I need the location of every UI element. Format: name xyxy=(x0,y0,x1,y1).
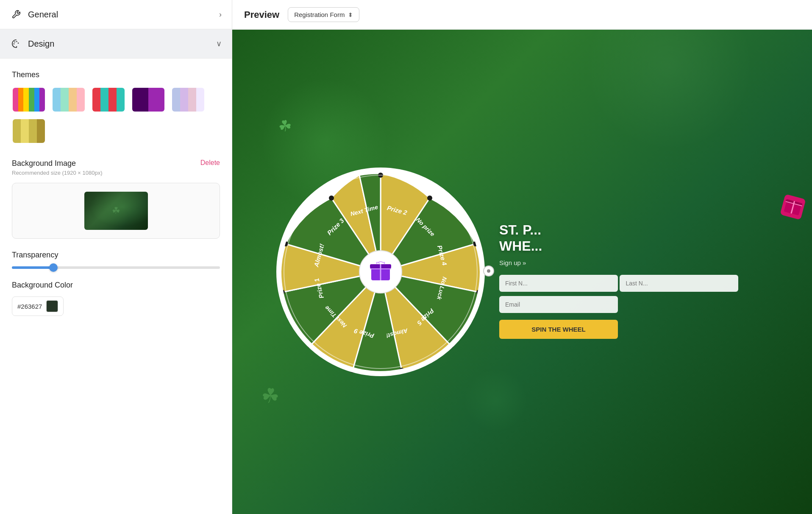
theme-swatch-purple[interactable] xyxy=(131,87,165,112)
wheel-scene: ☘ ☘ ☘ xyxy=(232,30,812,514)
wheel-svg: Almost! Prize 3 Next Time Prize 2 No pri… xyxy=(275,166,487,378)
slider-fill xyxy=(12,266,53,269)
preview-label: Preview xyxy=(244,9,279,20)
submit-button[interactable]: SPIN THE WHEEL xyxy=(499,320,618,339)
svg-point-15 xyxy=(329,196,334,201)
bg-image-dropzone[interactable]: ☘ xyxy=(12,183,220,239)
left-panel: General › Design ∨ Themes xyxy=(0,0,232,514)
design-chevron: ∨ xyxy=(216,39,222,48)
wrench-icon xyxy=(10,8,22,20)
sign-up-text: Sign up » xyxy=(499,259,799,266)
wheel-pointer xyxy=(482,265,495,279)
clover-bottom-left: ☘ xyxy=(260,383,281,408)
last-name-field[interactable] xyxy=(620,275,738,292)
clover-decoration: ☘ xyxy=(112,205,120,216)
themes-label: Themes xyxy=(12,70,220,79)
design-section-header[interactable]: Design ∨ xyxy=(0,29,232,59)
general-section-header[interactable]: General › xyxy=(0,0,232,29)
email-field[interactable] xyxy=(499,296,618,313)
first-name-field[interactable] xyxy=(499,275,618,292)
clover-top-left: ☘ xyxy=(277,116,294,136)
right-panel: Preview Registration Form ⬍ ☘ ☘ ☘ xyxy=(232,0,812,514)
svg-point-36 xyxy=(487,269,490,273)
right-form-area: ST. P...WHE... Sign up » SPIN THE WHEEL xyxy=(487,188,812,356)
general-chevron: › xyxy=(219,10,222,19)
transparency-slider-row xyxy=(12,266,220,269)
preview-area: ☘ ☘ ☘ xyxy=(232,30,812,514)
general-title: General xyxy=(28,10,58,20)
theme-swatch-bold[interactable] xyxy=(92,87,125,112)
bg-image-header: Background Image Delete xyxy=(12,159,220,168)
bg-image-title: Background Image xyxy=(12,159,76,168)
bg-image-thumbnail: ☘ xyxy=(84,192,148,230)
svg-point-3 xyxy=(14,44,14,44)
svg-point-0 xyxy=(17,42,17,42)
svg-point-6 xyxy=(427,196,432,201)
delete-button[interactable]: Delete xyxy=(200,159,220,167)
transparency-slider[interactable] xyxy=(12,266,220,269)
color-hex-value: #263627 xyxy=(17,303,42,310)
bg-image-hint: Recommended size (1920 × 1080px) xyxy=(12,170,220,176)
color-input-box[interactable]: #263627 xyxy=(12,296,64,316)
theme-swatch-rainbow[interactable] xyxy=(12,87,46,112)
color-row: #263627 xyxy=(12,296,220,316)
theme-swatch-gold[interactable] xyxy=(12,118,46,144)
design-panel-content: Themes xyxy=(0,59,232,328)
svg-point-1 xyxy=(18,43,19,43)
color-swatch[interactable] xyxy=(46,300,58,312)
form-selector-arrow: ⬍ xyxy=(348,11,353,18)
bg-color-label: Background Color xyxy=(12,281,220,290)
preview-header: Preview Registration Form ⬍ xyxy=(232,0,812,30)
svg-point-2 xyxy=(14,42,15,42)
design-title: Design xyxy=(28,39,54,49)
wheel-container: Almost! Prize 3 Next Time Prize 2 No pri… xyxy=(275,166,487,378)
form-selector-value: Registration Form xyxy=(294,11,345,18)
transparency-label: Transparency xyxy=(12,251,220,260)
form-selector[interactable]: Registration Form ⬍ xyxy=(288,7,359,22)
themes-row xyxy=(12,87,220,144)
theme-swatch-pastel[interactable] xyxy=(52,87,86,112)
slider-thumb[interactable] xyxy=(49,263,58,272)
campaign-title: ST. P...WHE... xyxy=(499,222,799,254)
palette-icon xyxy=(10,38,22,50)
gift-badge xyxy=(780,194,806,221)
theme-swatch-soft[interactable] xyxy=(171,87,205,112)
